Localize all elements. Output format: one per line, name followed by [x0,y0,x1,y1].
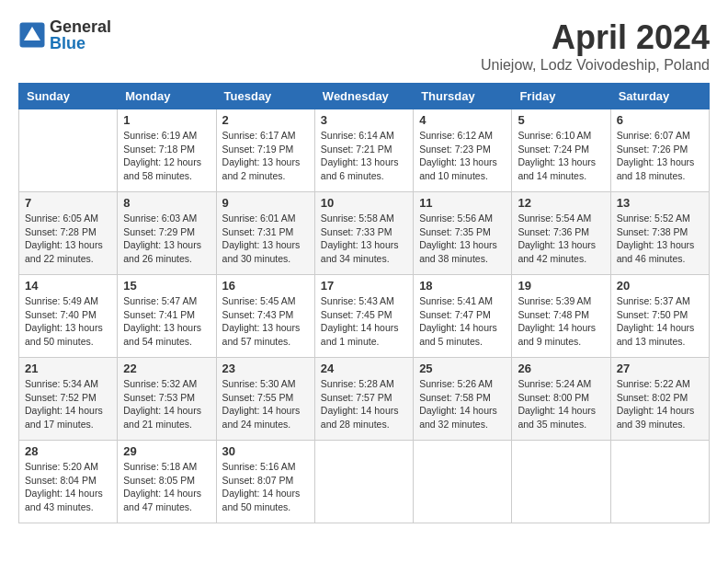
day-number: 15 [123,279,210,293]
day-info: Sunrise: 5:32 AM Sunset: 7:53 PM Dayligh… [123,377,210,431]
day-info: Sunrise: 5:41 AM Sunset: 7:47 PM Dayligh… [419,294,506,349]
calendar-cell: 27Sunrise: 5:22 AM Sunset: 8:02 PM Dayli… [610,358,709,441]
day-info: Sunrise: 5:20 AM Sunset: 8:04 PM Dayligh… [25,460,111,514]
day-info: Sunrise: 6:03 AM Sunset: 7:29 PM Dayligh… [123,212,210,266]
calendar-cell: 5Sunrise: 6:10 AM Sunset: 7:24 PM Daylig… [512,109,610,192]
calendar-cell: 18Sunrise: 5:41 AM Sunset: 7:47 PM Dayli… [414,275,512,358]
day-info: Sunrise: 5:54 AM Sunset: 7:36 PM Dayligh… [518,212,604,266]
calendar-cell: 9Sunrise: 6:01 AM Sunset: 7:31 PM Daylig… [216,192,314,275]
day-number: 14 [25,279,111,293]
day-info: Sunrise: 5:47 AM Sunset: 7:41 PM Dayligh… [123,294,210,349]
location-title: Uniejow, Lodz Voivodeship, Poland [481,57,710,74]
calendar-cell: 10Sunrise: 5:58 AM Sunset: 7:33 PM Dayli… [314,192,413,275]
title-area: April 2024 Uniejow, Lodz Voivodeship, Po… [481,18,710,74]
calendar-cell [610,441,709,523]
header: General Blue April 2024 Uniejow, Lodz Vo… [18,18,710,74]
calendar-cell [512,441,610,523]
day-number: 12 [518,196,604,210]
day-number: 19 [518,279,604,293]
day-number: 25 [419,362,506,375]
day-info: Sunrise: 5:18 AM Sunset: 8:05 PM Dayligh… [123,460,210,514]
day-number: 3 [321,113,407,127]
calendar-cell: 14Sunrise: 5:49 AM Sunset: 7:40 PM Dayli… [19,275,118,358]
calendar-cell [314,441,413,523]
calendar-cell: 22Sunrise: 5:32 AM Sunset: 7:53 PM Dayli… [118,358,216,441]
day-number: 16 [222,279,309,293]
day-info: Sunrise: 5:26 AM Sunset: 7:58 PM Dayligh… [419,377,506,431]
day-number: 22 [123,362,210,375]
day-info: Sunrise: 5:16 AM Sunset: 8:07 PM Dayligh… [222,460,309,514]
calendar-cell: 23Sunrise: 5:30 AM Sunset: 7:55 PM Dayli… [216,358,314,441]
day-info: Sunrise: 6:12 AM Sunset: 7:23 PM Dayligh… [419,129,506,183]
day-info: Sunrise: 5:49 AM Sunset: 7:40 PM Dayligh… [25,294,111,349]
day-header-wednesday: Wednesday [314,84,413,109]
day-info: Sunrise: 5:30 AM Sunset: 7:55 PM Dayligh… [222,377,309,431]
day-header-friday: Friday [512,84,610,109]
calendar-cell: 29Sunrise: 5:18 AM Sunset: 8:05 PM Dayli… [118,441,216,523]
day-info: Sunrise: 6:19 AM Sunset: 7:18 PM Dayligh… [123,129,210,183]
day-info: Sunrise: 5:45 AM Sunset: 7:43 PM Dayligh… [222,294,309,349]
day-info: Sunrise: 6:10 AM Sunset: 7:24 PM Dayligh… [518,129,604,183]
day-header-saturday: Saturday [610,84,709,109]
day-info: Sunrise: 6:07 AM Sunset: 7:26 PM Dayligh… [617,129,703,183]
day-number: 18 [419,279,506,293]
calendar-header-row: SundayMondayTuesdayWednesdayThursdayFrid… [19,84,710,109]
calendar-cell [19,109,118,192]
calendar-cell: 1Sunrise: 6:19 AM Sunset: 7:18 PM Daylig… [118,109,216,192]
day-number: 24 [321,362,407,375]
day-number: 21 [25,362,111,375]
month-title: April 2024 [481,18,710,57]
day-header-monday: Monday [118,84,216,109]
calendar-cell: 21Sunrise: 5:34 AM Sunset: 7:52 PM Dayli… [19,358,118,441]
logo-icon [18,21,46,49]
day-header-tuesday: Tuesday [216,84,314,109]
calendar-cell: 3Sunrise: 6:14 AM Sunset: 7:21 PM Daylig… [314,109,413,192]
day-info: Sunrise: 6:17 AM Sunset: 7:19 PM Dayligh… [222,129,309,183]
calendar-cell: 4Sunrise: 6:12 AM Sunset: 7:23 PM Daylig… [414,109,512,192]
calendar-cell [414,441,512,523]
day-info: Sunrise: 5:43 AM Sunset: 7:45 PM Dayligh… [321,294,407,349]
calendar-cell: 24Sunrise: 5:28 AM Sunset: 7:57 PM Dayli… [314,358,413,441]
day-number: 1 [123,113,210,127]
day-number: 4 [419,113,506,127]
calendar-cell: 8Sunrise: 6:03 AM Sunset: 7:29 PM Daylig… [118,192,216,275]
day-number: 13 [617,196,703,210]
logo-line2: Blue [50,35,111,52]
calendar-cell: 28Sunrise: 5:20 AM Sunset: 8:04 PM Dayli… [19,441,118,523]
day-number: 7 [25,196,111,210]
calendar-cell: 12Sunrise: 5:54 AM Sunset: 7:36 PM Dayli… [512,192,610,275]
calendar-cell: 26Sunrise: 5:24 AM Sunset: 8:00 PM Dayli… [512,358,610,441]
day-number: 2 [222,113,309,127]
calendar-cell: 11Sunrise: 5:56 AM Sunset: 7:35 PM Dayli… [414,192,512,275]
logo-line1: General [50,18,111,35]
day-header-thursday: Thursday [414,84,512,109]
calendar-week-4: 21Sunrise: 5:34 AM Sunset: 7:52 PM Dayli… [19,358,710,441]
calendar-cell: 25Sunrise: 5:26 AM Sunset: 7:58 PM Dayli… [414,358,512,441]
calendar-week-2: 7Sunrise: 6:05 AM Sunset: 7:28 PM Daylig… [19,192,710,275]
calendar-cell: 17Sunrise: 5:43 AM Sunset: 7:45 PM Dayli… [314,275,413,358]
calendar-cell: 19Sunrise: 5:39 AM Sunset: 7:48 PM Dayli… [512,275,610,358]
day-info: Sunrise: 5:39 AM Sunset: 7:48 PM Dayligh… [518,294,604,349]
calendar-cell: 30Sunrise: 5:16 AM Sunset: 8:07 PM Dayli… [216,441,314,523]
day-number: 27 [617,362,703,375]
day-number: 20 [617,279,703,293]
logo-text: General Blue [50,18,111,52]
logo: General Blue [18,18,111,52]
day-number: 30 [222,444,309,458]
day-number: 8 [123,196,210,210]
day-info: Sunrise: 6:01 AM Sunset: 7:31 PM Dayligh… [222,212,309,266]
day-number: 26 [518,362,604,375]
calendar-cell: 7Sunrise: 6:05 AM Sunset: 7:28 PM Daylig… [19,192,118,275]
day-number: 28 [25,444,111,458]
calendar-cell: 20Sunrise: 5:37 AM Sunset: 7:50 PM Dayli… [610,275,709,358]
calendar-week-3: 14Sunrise: 5:49 AM Sunset: 7:40 PM Dayli… [19,275,710,358]
day-info: Sunrise: 5:37 AM Sunset: 7:50 PM Dayligh… [617,294,703,349]
calendar-week-1: 1Sunrise: 6:19 AM Sunset: 7:18 PM Daylig… [19,109,710,192]
day-number: 6 [617,113,703,127]
day-number: 5 [518,113,604,127]
day-number: 10 [321,196,407,210]
day-number: 17 [321,279,407,293]
day-info: Sunrise: 5:24 AM Sunset: 8:00 PM Dayligh… [518,377,604,431]
calendar-week-5: 28Sunrise: 5:20 AM Sunset: 8:04 PM Dayli… [19,441,710,523]
day-info: Sunrise: 5:34 AM Sunset: 7:52 PM Dayligh… [25,377,111,431]
